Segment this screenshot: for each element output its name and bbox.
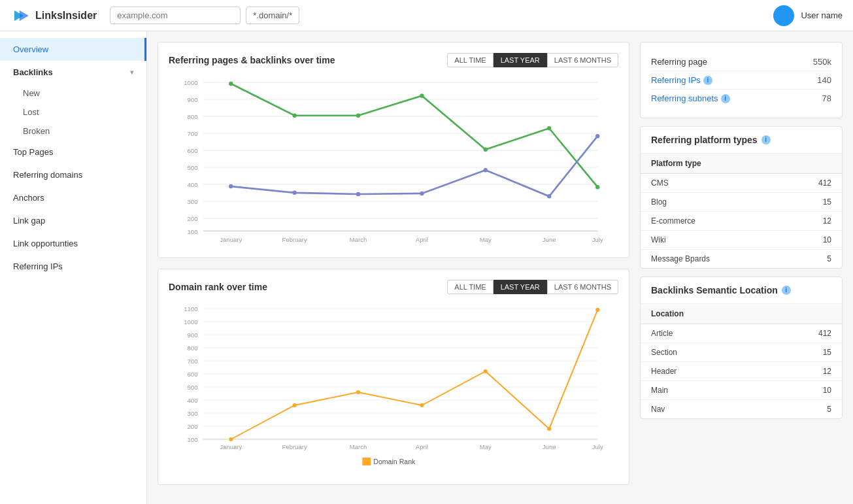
platform-value: 12 xyxy=(782,212,842,231)
chart2-btn-alltime[interactable]: ALL TIME xyxy=(447,280,493,294)
chart1-svg: 1000 900 800 700 600 500 400 300 200 100… xyxy=(169,75,618,245)
svg-text:May: May xyxy=(480,235,492,243)
domain-input[interactable] xyxy=(110,7,241,24)
svg-point-77 xyxy=(292,403,296,407)
sidebar-item-link-opp[interactable]: Link opportunties xyxy=(0,232,146,255)
charts-area: Referring pages & backlinks over time AL… xyxy=(158,42,629,494)
svg-text:100: 100 xyxy=(188,437,198,443)
chart2-btn-last6[interactable]: LAST 6 MONTHS xyxy=(547,280,618,294)
svg-text:May: May xyxy=(480,444,492,450)
main-content: Referring pages & backlinks over time AL… xyxy=(147,31,853,504)
referring-ips-row: Referring IPs i 140 xyxy=(651,71,831,90)
referring-ips-value: 140 xyxy=(817,75,831,85)
svg-text:800: 800 xyxy=(188,345,198,352)
table-row: Wiki10 xyxy=(641,231,842,250)
sidebar-item-link-gap[interactable]: Link gap xyxy=(0,209,146,232)
svg-point-76 xyxy=(229,437,233,441)
svg-text:1000: 1000 xyxy=(184,79,197,86)
svg-text:600: 600 xyxy=(188,147,198,154)
svg-text:February: February xyxy=(282,235,307,243)
svg-text:800: 800 xyxy=(188,113,198,120)
header: LinksInsider *.domain/* User name xyxy=(0,0,853,31)
svg-text:June: June xyxy=(543,444,556,450)
table-row: Header12 xyxy=(641,362,842,381)
svg-text:200: 200 xyxy=(188,424,198,430)
chart2-card: Domain rank over time ALL TIME LAST YEAR… xyxy=(158,269,629,485)
referring-subnets-label: Referring subnets i xyxy=(651,93,730,103)
location-value: 412 xyxy=(763,324,842,343)
svg-text:January: January xyxy=(220,235,242,243)
chart2-svg: 1100 1000 900 800 700 600 500 400 300 20… xyxy=(169,302,618,472)
svg-text:200: 200 xyxy=(188,215,198,222)
location-section-title: Backlinks Semantic Location i xyxy=(641,277,842,304)
logo-icon xyxy=(10,5,31,26)
svg-text:1100: 1100 xyxy=(184,306,197,312)
svg-text:July: July xyxy=(592,444,603,450)
referring-subnets-info-icon[interactable]: i xyxy=(721,94,730,103)
chart1-btn-alltime[interactable]: ALL TIME xyxy=(447,53,493,67)
svg-point-42 xyxy=(595,134,599,139)
chart2-btn-group: ALL TIME LAST YEAR LAST 6 MONTHS xyxy=(447,280,618,294)
referring-ips-info-icon[interactable]: i xyxy=(703,76,712,85)
table-row: Article412 xyxy=(641,324,842,343)
svg-point-33 xyxy=(484,148,488,152)
referring-subnets-row: Referring subnets i 78 xyxy=(651,90,831,107)
user-avatar xyxy=(773,5,794,26)
platform-section: Referring platform types i Platform type… xyxy=(640,126,843,269)
platform-name: E-commerce xyxy=(641,212,782,231)
platform-value: 412 xyxy=(782,174,842,193)
location-name: Section xyxy=(641,343,763,362)
referring-ips-label: Referring IPs i xyxy=(651,75,712,85)
svg-point-35 xyxy=(595,185,599,190)
table-row: Main10 xyxy=(641,381,842,400)
chart1-btn-last6[interactable]: LAST 6 MONTHS xyxy=(547,53,618,67)
header-right: User name xyxy=(773,5,843,26)
sidebar: Overview Backlinks ▾ New Lost Broken Top… xyxy=(0,31,147,504)
svg-text:January: January xyxy=(220,444,242,450)
svg-point-34 xyxy=(547,126,551,131)
chart1-title: Referring pages & backlinks over time xyxy=(169,55,335,65)
svg-point-32 xyxy=(420,93,424,98)
location-name: Article xyxy=(641,324,763,343)
sidebar-sub-broken[interactable]: Broken xyxy=(0,122,146,141)
sidebar-item-referring-domains[interactable]: Referring domains xyxy=(0,163,146,186)
table-row: Section15 xyxy=(641,343,842,362)
chart1-btn-group: ALL TIME LAST YEAR LAST 6 MONTHS xyxy=(447,53,618,67)
location-value: 10 xyxy=(763,381,842,400)
sidebar-sub-lost[interactable]: Lost xyxy=(0,103,146,122)
chart1-btn-lastyear[interactable]: LAST YEAR xyxy=(493,53,547,67)
svg-text:June: June xyxy=(543,235,556,243)
svg-text:700: 700 xyxy=(188,130,198,137)
svg-point-29 xyxy=(229,82,233,86)
location-name: Main xyxy=(641,381,763,400)
location-value: 15 xyxy=(763,343,842,362)
chart2-btn-lastyear[interactable]: LAST YEAR xyxy=(493,280,547,294)
layout: Overview Backlinks ▾ New Lost Broken Top… xyxy=(0,31,853,504)
location-value: 12 xyxy=(763,362,842,381)
logo-text: LinksInsider xyxy=(35,10,97,22)
sidebar-item-top-pages[interactable]: Top Pages xyxy=(0,141,146,163)
svg-text:April: April xyxy=(416,235,428,243)
right-panel: Referring page 550k Referring IPs i 140 … xyxy=(640,42,843,494)
location-col1-header: Location xyxy=(641,304,763,324)
platform-section-title: Referring platform types i xyxy=(641,127,842,154)
sidebar-item-referring-ips[interactable]: Referring IPs xyxy=(0,255,146,278)
sidebar-sub-new[interactable]: New xyxy=(0,84,146,103)
location-table: Location Article412Section15Header12Main… xyxy=(641,304,842,418)
chart2-title: Domain rank over time xyxy=(169,282,267,292)
location-info-icon[interactable]: i xyxy=(782,286,791,295)
stats-section: Referring page 550k Referring IPs i 140 … xyxy=(640,42,843,118)
svg-text:Domain Rank: Domain Rank xyxy=(373,458,416,465)
platform-info-icon[interactable]: i xyxy=(761,135,771,144)
svg-point-38 xyxy=(356,192,360,197)
sidebar-item-overview[interactable]: Overview xyxy=(0,38,146,61)
platform-name: Message Bpards xyxy=(641,250,782,269)
platform-value: 5 xyxy=(782,250,842,269)
chart2-header: Domain rank over time ALL TIME LAST YEAR… xyxy=(169,280,618,294)
location-section: Backlinks Semantic Location i Location A… xyxy=(640,277,843,419)
sidebar-item-anchors[interactable]: Anchors xyxy=(0,186,146,209)
chart1-header: Referring pages & backlinks over time AL… xyxy=(169,53,618,67)
sidebar-section-backlinks[interactable]: Backlinks ▾ xyxy=(0,61,146,84)
svg-text:300: 300 xyxy=(188,411,198,417)
svg-text:300: 300 xyxy=(188,198,198,205)
